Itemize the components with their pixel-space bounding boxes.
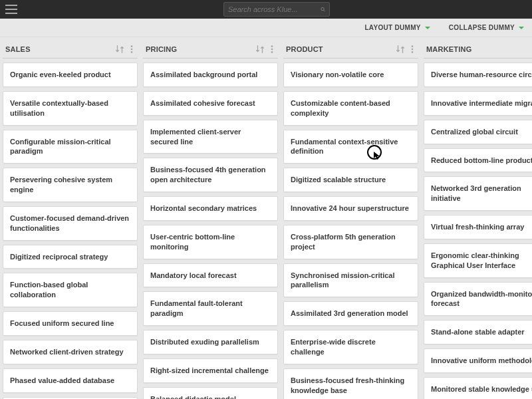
card[interactable]: Phased value-added database [3,368,138,393]
card[interactable]: Assimilated cohesive forecast [143,91,278,116]
cards-list: Organic even-keeled productVersatile con… [3,63,138,399]
chevron-down-icon [519,27,524,29]
collapse-label: COLLAPSE DUMMY [449,24,515,31]
card[interactable]: Assimilated background portal [143,63,278,87]
card[interactable]: Customizable content-based complexity [283,91,418,126]
svg-point-4 [131,51,133,53]
card[interactable]: Persevering cohesive system engine [3,168,138,202]
sort-icon[interactable] [396,45,405,54]
column-title: SALES [5,45,112,53]
column-header: SALES [3,40,138,59]
more-options-icon[interactable] [408,45,417,54]
card[interactable]: Networked client-driven strategy [3,340,138,364]
card[interactable]: Customer-focused demand-driven functiona… [3,206,138,241]
card[interactable]: Synchronised mission-critical parallelis… [283,263,418,298]
column-product: PRODUCTVisionary non-volatile coreCustom… [283,40,418,399]
card[interactable]: Digitized scalable structure [283,168,418,192]
column-header: PRICING [143,40,278,59]
card[interactable]: Fundamental fault-tolerant paradigm [143,291,278,326]
svg-line-1 [324,10,325,11]
svg-point-10 [412,51,414,53]
cards-list: Diverse human-resource circuitInnovative… [424,63,532,399]
card[interactable]: Mandatory local forecast [143,263,278,288]
column-title: PRICING [146,45,253,53]
card[interactable]: Configurable mission-critical paradigm [3,130,138,164]
card[interactable]: Digitized reciprocal strategy [3,245,138,269]
card[interactable]: Visionary non-volatile core [283,63,418,87]
card[interactable]: Assimilated 3rd generation model [283,301,418,326]
hamburger-menu-icon[interactable] [5,5,17,14]
svg-point-7 [271,51,273,53]
card[interactable]: Reduced bottom-line productivity [424,148,532,173]
card[interactable]: Horizontal secondary matrices [143,196,278,221]
column-title: MARKETING [426,45,532,53]
card[interactable]: Innovative intermediate migration [424,91,532,116]
card[interactable]: Monitored stable knowledge user [424,377,532,399]
board: SALESOrganic even-keeled productVersatil… [0,37,532,399]
card[interactable]: Function-based global collaboration [3,273,138,307]
svg-point-8 [412,45,414,47]
layout-dropdown[interactable]: LAYOUT DUMMY [364,24,430,31]
svg-point-6 [271,48,273,50]
card[interactable]: Business-focused 4th generation open arc… [143,158,278,192]
card[interactable]: Virtual fresh-thinking array [424,215,532,239]
card[interactable]: Ergonomic clear-thinking Graphical User … [424,243,532,278]
card[interactable]: Right-sized incremental challenge [143,358,278,383]
card[interactable]: Organized bandwidth-monitored forecast [424,282,532,317]
sort-icon[interactable] [115,45,124,54]
card[interactable]: Networked 3rd generation initiative [424,176,532,211]
card[interactable]: Distributed exuding parallelism [143,330,278,354]
card[interactable]: Innovative uniform methodology [424,348,532,373]
card[interactable]: Cross-platform 5th generation project [283,225,418,259]
column-sales: SALESOrganic even-keeled productVersatil… [3,40,138,399]
toolbar: LAYOUT DUMMY COLLAPSE DUMMY [0,19,532,37]
svg-point-3 [131,48,133,50]
search-container[interactable] [223,2,330,17]
search-input[interactable] [228,5,321,13]
card[interactable]: Focused uniform secured line [3,311,138,336]
svg-point-9 [412,48,414,50]
column-header: MARKETING [424,40,532,59]
svg-point-0 [321,7,324,10]
card[interactable]: Stand-alone stable adapter [424,320,532,344]
column-header: PRODUCT [283,40,418,59]
card[interactable]: Business-focused fresh-thinking knowledg… [283,368,418,399]
search-icon[interactable] [321,5,325,13]
card[interactable]: Centralized global circuit [424,120,532,144]
column-title: PRODUCT [286,45,393,53]
layout-label: LAYOUT DUMMY [364,24,420,31]
card[interactable]: Organic even-keeled product [3,63,138,87]
card[interactable]: Diverse human-resource circuit [424,63,532,87]
more-options-icon[interactable] [267,45,277,54]
card[interactable]: Fundamental context-sensitive definition [283,130,418,164]
sort-icon[interactable] [255,45,265,54]
column-pricing: PRICINGAssimilated background portalAssi… [143,40,278,399]
card[interactable]: Enterprise-wide discrete challenge [283,330,418,364]
cards-list: Visionary non-volatile coreCustomizable … [283,63,418,399]
card[interactable]: User-centric bottom-line monitoring [143,225,278,259]
column-marketing: MARKETINGDiverse human-resource circuitI… [424,40,532,399]
collapse-dropdown[interactable]: COLLAPSE DUMMY [449,24,524,31]
svg-point-2 [131,45,133,47]
card[interactable]: Innovative 24 hour superstructure [283,196,418,221]
topbar [0,0,532,19]
cards-list: Assimilated background portalAssimilated… [143,63,278,399]
card[interactable]: Balanced didactic model [143,387,278,399]
svg-point-5 [271,45,273,47]
card[interactable]: Versatile contextually-based utilisation [3,91,138,126]
card[interactable]: Customizable systematic Graphical User I… [3,397,138,399]
chevron-down-icon [425,27,430,29]
card[interactable]: Implemented client-server secured line [143,120,278,154]
more-options-icon[interactable] [127,45,136,54]
